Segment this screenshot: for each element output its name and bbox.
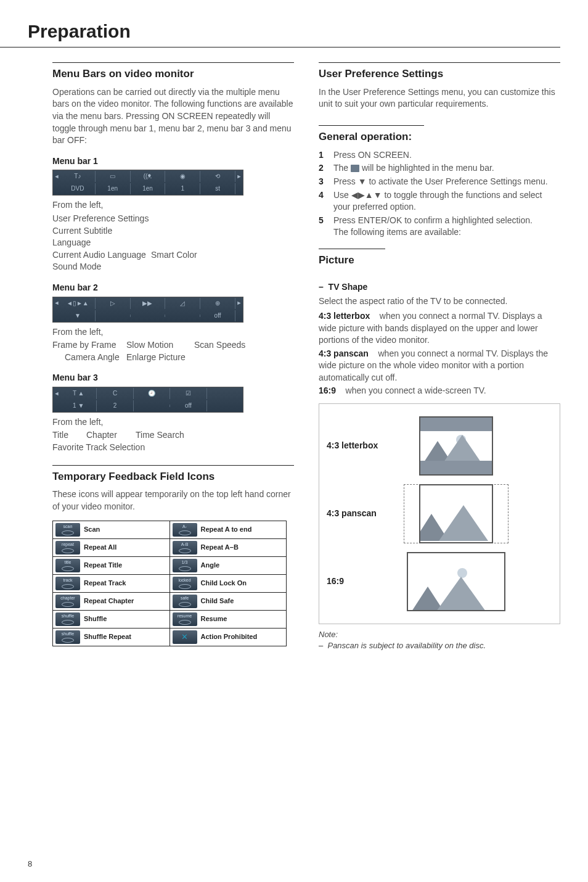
mb3-cell [134, 405, 170, 407]
tv-shape-intro: Select the aspect ratio of the TV to be … [319, 295, 560, 308]
mb2-cell [96, 315, 131, 317]
mb3-cell [207, 405, 243, 407]
left-arrow-icon: ◄ [53, 390, 60, 398]
mb1-from-left: From the left, [52, 199, 294, 212]
feedback-icon: track [55, 577, 80, 590]
mb1-cell: ⟲ [200, 171, 235, 182]
feedback-row: scanScanA-Repeat A to end [53, 521, 286, 538]
mb3-from-left: From the left, [52, 416, 294, 429]
mb1-cell: 1 [165, 183, 200, 194]
mb1-cell: ((ᴥ [131, 171, 166, 182]
feedback-icon: chapter [55, 595, 80, 608]
mb3-cell: 2 [97, 400, 133, 411]
mb2-cell: ▼ [60, 310, 96, 321]
mb2-cell: off [200, 310, 235, 321]
feedback-label: Shuffle [84, 614, 107, 624]
mb1-definitions: User Preference Settings Current Subtitl… [52, 213, 294, 273]
menu-bars-intro: Operations can be carried out directly v… [52, 86, 294, 147]
def-term: Favorite Track Selection [52, 442, 151, 454]
menu-bar-1-title: Menu bar 1 [52, 155, 294, 168]
feedback-label: Child Lock On [201, 579, 247, 588]
feedback-label: Shuffle Repeat [84, 632, 131, 641]
mb3-cell: 🕘 [134, 388, 170, 399]
opt-panscan: 4:3 panscan when you connect a normal TV… [319, 348, 560, 384]
def-term: Time Search [136, 429, 184, 442]
feedback-row: titleRepeat Title1/3Angle [53, 556, 286, 574]
feedback-icon: safe [173, 595, 197, 608]
note: Note: – Panscan is subject to availabili… [319, 629, 560, 651]
mb2-cell: ◿ [165, 298, 200, 309]
feedback-row: shuffleShuffle RepeatAction Prohibited [53, 628, 286, 646]
mb1-cell: st [200, 183, 235, 194]
menu-bar-2-graphic: ◄ ◄▯►▲ ▷ ▶▶ ◿ ⊕ ► ▼ off [52, 297, 243, 323]
step-text: Press ON SCREEN. [333, 149, 412, 162]
def-term: Smart Color [151, 249, 197, 262]
mb2-cell [131, 315, 166, 317]
left-arrow-icon: ◄ [53, 173, 60, 181]
def-term: Current Subtitle Language [52, 225, 151, 249]
user-pref-heading: User Preference Settings [319, 62, 560, 81]
feedback-label: Repeat Track [84, 579, 126, 588]
mb2-cell [165, 315, 200, 317]
mb1-cell: DVD [60, 183, 96, 194]
mb1-cell: 1en [96, 183, 131, 194]
temp-feedback-intro: These icons will appear temporarily on t… [52, 488, 294, 513]
note-label: Note: [319, 629, 560, 640]
feedback-label: Repeat Title [84, 561, 122, 570]
mb3-cell: T ▲ [60, 388, 97, 399]
mb3-cell: 1 ▼ [60, 400, 97, 411]
page-title: Preparation [0, 0, 560, 47]
right-arrow-icon: ► [235, 299, 243, 307]
def-term: User Preference Settings [52, 213, 151, 225]
step-text: Press ENTER/OK to confirm a highlighted … [333, 215, 533, 239]
diagram-169 [407, 551, 505, 612]
tv-shape-diagrams: 4:3 letterbox 4:3 panscan [319, 403, 560, 624]
def-term: Scan Speeds [194, 339, 245, 352]
diagram-label-letterbox: 4:3 letterbox [327, 440, 388, 452]
feedback-icon: A-B [173, 541, 197, 554]
mb2-cell: ⊕ [200, 298, 235, 309]
mb1-cell: 1en [131, 183, 166, 194]
general-op-heading: General operation: [319, 125, 424, 144]
feedback-icon: shuffle [55, 630, 80, 644]
opt-letterbox: 4:3 letterbox when you connect a normal … [319, 310, 560, 347]
tv-shape-heading: – TV Shape [319, 281, 560, 294]
tv-setup-icon [351, 165, 359, 172]
page-number: 8 [28, 859, 32, 870]
feedback-icon: 1/3 [173, 559, 197, 572]
menu-bar-2-title: Menu bar 2 [52, 282, 294, 294]
user-pref-intro: In the User Preference Settings menu, yo… [319, 86, 560, 110]
feedback-label: Angle [201, 561, 220, 570]
step-text: Use ◀▶▲▼ to toggle through the functions… [333, 189, 560, 213]
feedback-label: Repeat A to end [201, 525, 252, 534]
mb3-definitions: Title Chapter Time Search Favorite Track… [52, 429, 294, 453]
diagram-label-panscan: 4:3 panscan [327, 508, 388, 520]
feedback-row: repeatRepeat AllA-BRepeat A–B [53, 538, 286, 556]
def-term: Title [52, 429, 86, 442]
feedback-label: Repeat Chapter [84, 596, 134, 606]
step-text: Press ▼ to activate the User Preference … [333, 176, 548, 188]
steps-list: 1Press ON SCREEN. 2The will be highlight… [319, 149, 560, 239]
diagram-label-169: 16:9 [327, 575, 388, 588]
menu-bar-3-title: Menu bar 3 [52, 372, 294, 384]
opt-169: 16:9 when you connect a wide-screen TV. [319, 385, 560, 397]
feedback-icon: scan [55, 523, 80, 537]
feedback-label: Repeat A–B [201, 543, 239, 552]
feedback-icon: A- [173, 523, 197, 537]
feedback-icon: resume [173, 612, 197, 626]
left-column: Menu Bars on video monitor Operations ca… [52, 54, 294, 651]
diagram-letterbox [407, 415, 505, 477]
feedback-label: Resume [201, 614, 227, 624]
mb2-cell: ▶▶ [131, 298, 166, 309]
mb3-cell [207, 392, 243, 395]
def-term: Sound Mode [52, 261, 151, 273]
picture-heading: Picture [319, 249, 385, 268]
def-term: Camera Angle [52, 352, 126, 364]
def-term: Frame by Frame [52, 339, 126, 352]
mb1-cell: ◉ [165, 171, 200, 182]
mb2-cell: ◄▯►▲ [60, 298, 96, 309]
right-arrow-icon: ► [235, 173, 243, 181]
mb3-cell: C [97, 388, 133, 399]
feedback-icon: repeat [55, 541, 80, 554]
def-term: Slow Motion [126, 339, 194, 352]
